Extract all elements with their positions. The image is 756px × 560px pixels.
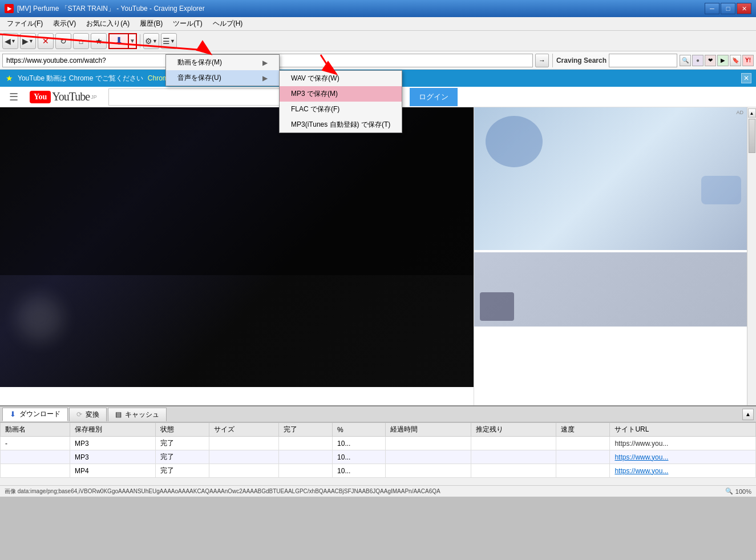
favorites-button[interactable]: ★ (91, 33, 107, 49)
col-percent: % (333, 423, 386, 437)
menu-view[interactable]: 表示(V) (48, 18, 80, 30)
tools-icon: ⚙ (145, 37, 152, 46)
col-url: サイトURL (610, 423, 756, 437)
forward-button[interactable]: ▶ ▼ (20, 33, 36, 49)
col-complete: 完了 (278, 423, 332, 437)
menu-bar: ファイル(F) 表示(V) お気に入り(A) 履歴(B) ツール(T) ヘルプ(… (0, 17, 756, 31)
back-dropdown-icon: ▼ (11, 38, 16, 44)
home-button[interactable]: ⌂ (73, 33, 89, 49)
tab-convert[interactable]: ⟳ 変換 (69, 408, 107, 421)
save-mp3-itunes-label: MP3(iTunes 自動登録) で保存(T) (291, 120, 390, 130)
tools-button[interactable]: ⚙ ▼ (143, 33, 159, 49)
save-mp3-itunes-item[interactable]: MP3(iTunes 自動登録) で保存(T) (280, 117, 402, 132)
save-flac-item[interactable]: FLAC で保存(F) (280, 102, 402, 117)
cell-remaining (471, 464, 556, 478)
sidebar-video-item[interactable] (474, 252, 747, 327)
cell-percent: 10... (333, 464, 386, 478)
back-button[interactable]: ◀ ▼ (2, 33, 18, 49)
menu-dropdown-icon: ▼ (170, 38, 175, 44)
context-menu: 動画を保存(M) ▶ 音声を保存(U) ▶ WAV で保存(W) MP3 で保存… (165, 54, 280, 86)
cell-percent: 10... (333, 450, 386, 464)
table-row: MP4 完了 10... https://www.you... (1, 464, 756, 478)
search-option5[interactable]: Y! (742, 55, 754, 66)
star-icon: ★ (95, 37, 103, 46)
save-flac-label: FLAC で保存(F) (291, 104, 339, 114)
cache-tab-icon: ▤ (115, 410, 122, 418)
restore-button[interactable]: □ (721, 3, 735, 14)
save-video-label: 動画を保存(M) (177, 58, 222, 67)
menu-tools[interactable]: ツール(T) (168, 18, 207, 30)
search-option1[interactable]: ● (692, 55, 704, 66)
search-option2[interactable]: ❤ (705, 55, 716, 66)
panel-expand-button[interactable]: ▲ (742, 409, 754, 420)
separator-1 (140, 34, 140, 48)
search-option4[interactable]: 🔖 (730, 55, 741, 66)
minimize-button[interactable]: ─ (705, 3, 719, 14)
search-input[interactable] (609, 54, 677, 67)
col-name: 動画名 (1, 423, 70, 437)
menu-file[interactable]: ファイル(F) (2, 18, 47, 30)
refresh-icon: ↻ (60, 37, 67, 46)
download-video-button[interactable]: ⬇ (108, 33, 129, 49)
cell-speed (556, 437, 610, 450)
cell-url[interactable]: https://www.you... (610, 464, 756, 478)
save-video-item[interactable]: 動画を保存(M) ▶ (166, 55, 279, 70)
search-button[interactable]: 🔍 (680, 55, 691, 66)
notif-close-button[interactable]: ✕ (741, 73, 751, 83)
youtube-logo: You YouTube JP (30, 90, 97, 103)
close-button[interactable]: ✕ (737, 3, 751, 14)
status-bar: 画像 data:image/png;base64,iVBORw0KGgoAAAA… (0, 485, 756, 497)
download-panel: ⬇ ダウンロード ⟳ 変換 ▤ キャッシュ ▲ 動画名 保存種別 状態 サイズ … (0, 405, 756, 485)
col-type: 保存種別 (70, 423, 155, 437)
cell-name (1, 450, 70, 464)
save-wav-item[interactable]: WAV で保存(W) (280, 71, 402, 86)
cell-elapsed (385, 437, 471, 450)
toolbar: ◀ ▼ ▶ ▼ ✕ ↻ ⌂ ★ ⬇ ▼ ⚙ ▼ ☰ ▼ (0, 31, 756, 51)
zoom-level: 100% (735, 488, 751, 495)
save-audio-item[interactable]: 音声を保存(U) ▶ (166, 70, 279, 86)
cell-type: MP4 (70, 464, 155, 478)
home-icon: ⌂ (79, 37, 83, 46)
cell-status: 完了 (155, 437, 209, 450)
tab-download[interactable]: ⬇ ダウンロード (2, 408, 68, 421)
save-mp3-label: MP3 で保存(M) (291, 89, 338, 99)
download-tabs: ⬇ ダウンロード ⟳ 変換 ▤ キャッシュ ▲ (0, 406, 756, 422)
cell-complete (278, 437, 332, 450)
refresh-button[interactable]: ↻ (55, 33, 71, 49)
ad-blob-2 (701, 176, 741, 204)
save-mp3-item[interactable]: MP3 で保存(M) (280, 86, 402, 102)
forward-dropdown-icon: ▼ (29, 38, 34, 44)
menu-history[interactable]: 履歴(B) (135, 18, 167, 30)
cell-percent: 10... (333, 437, 386, 450)
notif-icon: ★ (6, 74, 13, 83)
download-button-group: ⬇ ▼ (108, 33, 137, 49)
cell-url: https://www.you... (610, 437, 756, 450)
col-speed: 速度 (556, 423, 610, 437)
scrollbar-up-arrow[interactable]: ▲ (748, 108, 756, 118)
video-player[interactable] (0, 107, 474, 387)
youtube-login-button[interactable]: ログイン (410, 88, 458, 106)
menu-button[interactable]: ☰ ▼ (161, 33, 177, 49)
app-icon: ▶ (5, 4, 14, 13)
save-wav-label: WAV で保存(W) (291, 74, 339, 83)
scrollbar-thumb[interactable] (749, 119, 755, 153)
youtube-logo-text: YouTube (52, 90, 90, 103)
cell-url[interactable]: https://www.you... (610, 450, 756, 464)
download-dropdown-button[interactable]: ▼ (129, 33, 137, 49)
menu-favorites[interactable]: お気に入り(A) (82, 18, 134, 30)
stop-button[interactable]: ✕ (38, 33, 54, 49)
page-scrollbar[interactable]: ▲ (747, 107, 756, 405)
search-option3[interactable]: ▶ (717, 55, 729, 66)
sidebar-thumb-inner (480, 292, 514, 321)
cell-type: MP3 (70, 437, 155, 450)
url-bar: → Craving Search 🔍 ● ❤ ▶ 🔖 Y! (0, 51, 756, 70)
video-dark-overlay (0, 107, 474, 275)
go-button[interactable]: → (535, 54, 549, 67)
tab-cache[interactable]: ▤ キャッシュ (108, 408, 167, 421)
cell-remaining (471, 450, 556, 464)
convert-tab-label: 変換 (86, 410, 99, 420)
menu-icon: ☰ (163, 37, 170, 46)
hamburger-menu[interactable]: ☰ (9, 91, 18, 103)
menu-help[interactable]: ヘルプ(H) (208, 18, 248, 30)
ad-blob-1 (486, 116, 543, 167)
